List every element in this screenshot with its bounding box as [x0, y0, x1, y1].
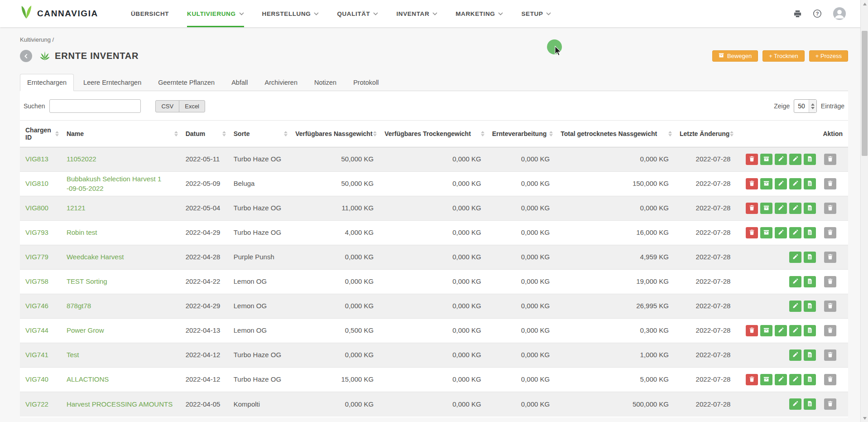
edit-button[interactable] — [789, 325, 801, 336]
report-button[interactable] — [804, 154, 816, 165]
report-button[interactable] — [804, 227, 816, 238]
edit-weights-button[interactable] — [775, 154, 787, 165]
edit-button[interactable] — [789, 374, 801, 385]
nav-item-setup[interactable]: SETUP — [521, 0, 551, 27]
tab-protokoll[interactable]: Protokoll — [346, 74, 386, 91]
delete-button[interactable] — [746, 325, 758, 336]
column-header-trockengewicht[interactable]: Verfügbares Trockengewicht — [379, 121, 486, 147]
edit-button[interactable] — [789, 154, 801, 165]
edit-button[interactable] — [789, 203, 801, 214]
name-link[interactable]: ALLACTIONS — [67, 375, 109, 383]
report-button[interactable] — [804, 203, 816, 214]
back-button[interactable] — [20, 50, 32, 62]
prozess-button[interactable]: + Prozess — [809, 50, 848, 62]
tab-archivieren[interactable]: Archivieren — [257, 74, 305, 91]
column-header-letzte-aenderung[interactable]: Letzte Änderung — [674, 121, 736, 147]
archive-button[interactable] — [824, 227, 836, 238]
edit-button[interactable] — [789, 301, 801, 312]
report-button[interactable] — [804, 325, 816, 336]
edit-button[interactable] — [789, 227, 801, 238]
nav-item-kultivierung[interactable]: KULTIVIERUNG — [187, 0, 244, 27]
edit-weights-button[interactable] — [775, 325, 787, 336]
excel-export-button[interactable]: Excel — [179, 100, 205, 112]
archive-button[interactable] — [824, 374, 836, 385]
chargen-id-link[interactable]: VIG779 — [25, 253, 48, 261]
column-header-sorte[interactable]: Sorte — [228, 121, 290, 147]
chargen-id-link[interactable]: VIG744 — [25, 326, 48, 334]
name-link[interactable]: Test — [67, 351, 79, 359]
breadcrumb[interactable]: Kultivierung / — [20, 36, 848, 43]
move-button[interactable] — [760, 374, 772, 385]
nav-item-uebersicht[interactable]: ÜBERSICHT — [131, 0, 169, 27]
tab-erntechargen[interactable]: Erntechargen — [20, 74, 74, 91]
move-button[interactable] — [760, 325, 772, 336]
edit-button[interactable] — [789, 252, 801, 263]
delete-button[interactable] — [746, 178, 758, 189]
delete-button[interactable] — [746, 154, 758, 165]
archive-button[interactable] — [824, 203, 836, 214]
bewegen-button[interactable]: Bewegen — [712, 50, 758, 62]
nav-item-herstellung[interactable]: HERSTELLUNG — [262, 0, 319, 27]
csv-export-button[interactable]: CSV — [155, 100, 179, 112]
edit-button[interactable] — [789, 398, 801, 410]
report-button[interactable] — [804, 178, 816, 189]
report-button[interactable] — [804, 374, 816, 385]
edit-weights-button[interactable] — [775, 227, 787, 238]
edit-weights-button[interactable] — [775, 374, 787, 385]
search-input[interactable] — [49, 99, 141, 113]
nav-item-qualitaet[interactable]: QUALITÄT — [337, 0, 378, 27]
help-icon[interactable]: ? — [813, 9, 822, 18]
edit-button[interactable] — [789, 349, 801, 361]
chargen-id-link[interactable]: VIG722 — [25, 400, 48, 408]
archive-button[interactable] — [824, 252, 836, 263]
chargen-id-link[interactable]: VIG758 — [25, 277, 48, 285]
delete-button[interactable] — [746, 227, 758, 238]
report-button[interactable] — [804, 349, 816, 361]
move-button[interactable] — [760, 203, 772, 214]
move-button[interactable] — [760, 154, 772, 165]
page-size-select[interactable]: 50 — [794, 99, 817, 113]
name-link[interactable]: TEST Sorting — [67, 277, 107, 285]
tab-geerntete-pflanzen[interactable]: Geerntete Pflanzen — [151, 74, 222, 91]
archive-button[interactable] — [824, 301, 836, 312]
name-link[interactable]: Weedcake Harvest — [67, 253, 124, 261]
column-header-datum[interactable]: Datum — [180, 121, 228, 147]
tab-notizen[interactable]: Notizen — [307, 74, 344, 91]
name-link[interactable]: 878gt78 — [67, 302, 91, 310]
column-header-chargen-id[interactable]: Chargen ID — [20, 121, 61, 147]
column-header-total-nassgewicht[interactable]: Total getrocknetes Nassgewicht — [555, 121, 674, 147]
column-header-nassgewicht[interactable]: Verfügbares Nassgewicht — [290, 121, 379, 147]
edit-button[interactable] — [789, 178, 801, 189]
report-button[interactable] — [804, 301, 816, 312]
print-icon[interactable] — [793, 10, 802, 18]
nav-item-marketing[interactable]: MARKETING — [456, 0, 503, 27]
column-header-name[interactable]: Name — [61, 121, 180, 147]
move-button[interactable] — [760, 227, 772, 238]
brand-logo[interactable]: CANNAVIGIA — [20, 0, 98, 27]
archive-button[interactable] — [824, 325, 836, 336]
name-link[interactable]: Harvest PROCESSING AMOUNTS — [67, 400, 173, 408]
nav-item-inventar[interactable]: INVENTAR — [396, 0, 437, 27]
column-header-ernteverarbeitung[interactable]: Ernteverarbeitung — [487, 121, 556, 147]
delete-button[interactable] — [746, 374, 758, 385]
chargen-id-link[interactable]: VIG741 — [25, 351, 48, 359]
scrollbar-thumb[interactable] — [862, 31, 868, 156]
edit-weights-button[interactable] — [775, 178, 787, 189]
trocknen-button[interactable]: + Trocknen — [762, 50, 805, 62]
move-button[interactable] — [760, 178, 772, 189]
archive-button[interactable] — [824, 398, 836, 410]
edit-weights-button[interactable] — [775, 203, 787, 214]
name-link[interactable]: 12121 — [67, 204, 86, 212]
chargen-id-link[interactable]: VIG800 — [25, 204, 48, 212]
report-button[interactable] — [804, 276, 816, 287]
report-button[interactable] — [804, 252, 816, 263]
archive-button[interactable] — [824, 276, 836, 287]
name-link[interactable]: Power Grow — [67, 326, 104, 334]
archive-button[interactable] — [824, 178, 836, 189]
user-avatar[interactable] — [833, 7, 846, 20]
vertical-scrollbar[interactable] — [860, 0, 868, 422]
chargen-id-link[interactable]: VIG810 — [25, 179, 48, 187]
name-link[interactable]: Bubbakush Selection Harvest 1 -09-05-202… — [67, 175, 161, 192]
archive-button[interactable] — [824, 349, 836, 361]
archive-button[interactable] — [824, 154, 836, 165]
